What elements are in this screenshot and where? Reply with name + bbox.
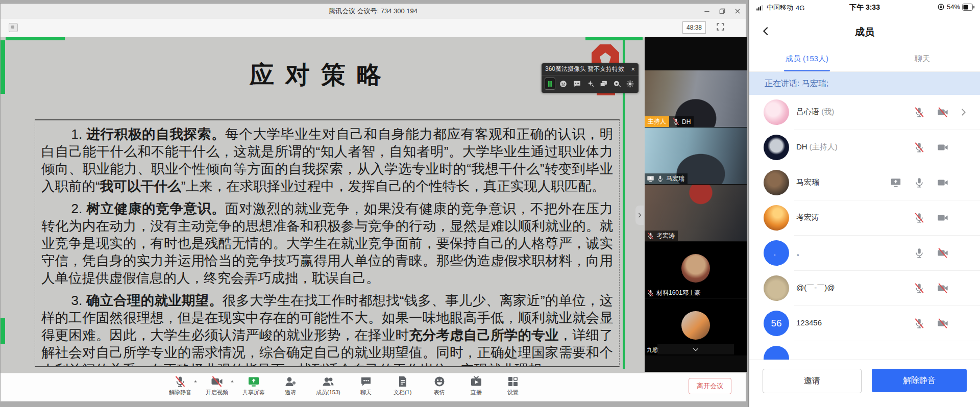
screenshot-root: 腾讯会议 会议号: 734 300 194 48:38 应对策略 1. 进行积极… xyxy=(0,0,980,407)
toolbar-button[interactable]: 解除静音 xyxy=(169,375,191,396)
fullscreen-icon[interactable] xyxy=(716,22,725,32)
chevron-down-icon xyxy=(692,346,699,353)
meeting-timer: 48:38 xyxy=(682,21,706,34)
mic-muted-icon xyxy=(647,289,654,297)
cam-icon xyxy=(937,212,948,223)
video-tile-label: 主持人DH xyxy=(645,116,694,127)
video-tile[interactable]: 马宏瑞 xyxy=(645,128,747,184)
slide-text-box: 1. 进行积极的自我探索。每个大学毕业生对自己和自身能力都应有客观和正确的认识，… xyxy=(35,119,620,367)
video-tile[interactable]: 材料1601邓士豪 xyxy=(645,242,747,298)
mobile-members-panel: 中国移动 4G 下午 3:33 54% 成员 成员 (153人) 聊天 正在讲话… xyxy=(748,0,980,407)
slide-text-segment: 2. xyxy=(71,201,86,216)
toolbar-button[interactable]: 文档(1) xyxy=(391,375,414,396)
avatar xyxy=(764,346,789,360)
smiley-icon[interactable] xyxy=(558,78,569,90)
mic-muted-icon xyxy=(174,375,186,388)
cam-icon xyxy=(937,177,948,188)
doc-icon xyxy=(397,375,409,388)
member-row[interactable]: DH (主持人) xyxy=(749,130,980,165)
toolbar-button[interactable]: 成员(153) xyxy=(316,375,340,396)
caret-up-icon[interactable] xyxy=(230,379,235,384)
member-row[interactable]: 。。 xyxy=(749,236,980,271)
video-tile-label: 马宏瑞 xyxy=(645,173,688,184)
slide-paragraph: 1. 进行积极的自我探索。每个大学毕业生对自己和自身能力都应有客观和正确的认识，… xyxy=(41,125,613,195)
member-row[interactable]: 56123456 xyxy=(749,306,980,341)
video-tile-label: 考宏涛 xyxy=(645,231,678,241)
avatar xyxy=(764,205,789,231)
member-name-suffix: (主持人) xyxy=(807,142,838,151)
slide-text-segment: ”上来，在求职择业过程中，发挥自己的个性特长，真正实现人职匹配。 xyxy=(181,179,605,194)
wand-icon[interactable] xyxy=(585,78,596,90)
participant-name: 考宏涛 xyxy=(656,232,675,240)
screen-share-icon xyxy=(890,177,901,188)
minimize-icon[interactable] xyxy=(703,7,711,15)
member-name: 。 xyxy=(796,248,804,258)
video-tile[interactable]: 考宏涛 xyxy=(645,185,747,241)
member-row[interactable]: 马宏瑞 xyxy=(749,165,980,200)
chat-icon[interactable] xyxy=(571,78,582,90)
slide-text-segment: 3. xyxy=(71,293,86,308)
slide-text-segment: 充分考虑自己所学的专业 xyxy=(409,327,558,343)
member-row[interactable] xyxy=(749,341,980,360)
member-row[interactable]: 考宏涛 xyxy=(749,200,980,236)
toolbar-button[interactable]: 开启视频 xyxy=(206,375,228,396)
toolbar-button-label: 聊天 xyxy=(360,389,372,396)
avatar: 。 xyxy=(764,240,789,266)
participant-name: 材料1601邓士豪 xyxy=(656,289,701,297)
toolbar-button[interactable]: 设置 xyxy=(502,375,524,396)
toolbar-button[interactable]: 表情 xyxy=(428,375,451,396)
window-title-bar: 腾讯会议 会议号: 734 300 194 xyxy=(1,4,746,19)
member-status-icons xyxy=(914,247,948,259)
video-tile-label: 材料1601邓士豪 xyxy=(645,288,704,298)
member-name-suffix: (我) xyxy=(819,107,834,116)
member-row[interactable]: 吕心语 (我) xyxy=(749,95,980,130)
members-icon xyxy=(322,375,334,388)
gear-icon[interactable] xyxy=(625,78,635,90)
member-name: 123456 xyxy=(796,318,822,327)
toolbar-button[interactable]: 直播 xyxy=(465,375,487,396)
chat-bubble-icon xyxy=(360,375,372,388)
member-row[interactable]: @(￣-￣)@ xyxy=(749,271,980,306)
video-tile[interactable]: 主持人DH xyxy=(645,70,747,127)
toolbar-button-label: 邀请 xyxy=(285,389,296,396)
invite-button[interactable]: 邀请 xyxy=(763,369,862,393)
live-icon xyxy=(470,375,482,388)
toolbar-button[interactable]: 邀请 xyxy=(279,375,302,396)
video-strip-toggle-tab[interactable] xyxy=(635,206,644,225)
collapse-videos-button[interactable] xyxy=(657,344,734,354)
video-tile[interactable]: 九歌 xyxy=(645,299,747,355)
tab-members[interactable]: 成员 (153人) xyxy=(749,48,865,71)
member-status-icons xyxy=(914,212,948,223)
share-view-toolbar: 48:38 xyxy=(1,19,746,38)
toolbar-button[interactable]: 聊天 xyxy=(355,375,377,396)
participant-name: 马宏瑞 xyxy=(666,174,684,183)
tab-chat[interactable]: 聊天 xyxy=(865,48,980,71)
restore-icon[interactable] xyxy=(718,7,726,15)
chevron-right-icon[interactable] xyxy=(959,108,968,117)
close-icon[interactable]: × xyxy=(631,66,635,72)
share-indicator-icon[interactable] xyxy=(9,23,18,32)
leave-meeting-button[interactable]: 离开会议 xyxy=(689,378,731,394)
member-status-icons xyxy=(890,177,948,188)
participant-avatar xyxy=(681,254,710,283)
mic-muted-icon xyxy=(914,212,925,223)
window-icon[interactable] xyxy=(598,78,609,90)
caret-up-icon[interactable] xyxy=(193,379,198,384)
unmute-all-button[interactable]: 解除静音 xyxy=(872,369,967,392)
slide-paragraph: 3. 确立合理的就业期望。很多大学生在找工作时都想找“钱多、事儿少、离家近”的单… xyxy=(41,292,613,367)
member-name: 吕心语 (我) xyxy=(796,107,834,117)
camera360-icon[interactable] xyxy=(611,78,622,90)
slide-text-segment: 1. xyxy=(71,126,86,142)
invite-icon xyxy=(284,375,297,388)
pause-icon[interactable] xyxy=(545,78,555,90)
video-strip: 主持人DH马宏瑞考宏涛材料1601邓士豪九歌 xyxy=(645,37,747,372)
member-name: DH (主持人) xyxy=(796,142,838,152)
toolbar-button[interactable]: 共享屏幕 xyxy=(242,375,265,396)
avatar xyxy=(764,275,789,301)
toolbar-button-label: 解除静音 xyxy=(169,389,191,396)
slide-green-bar xyxy=(585,37,643,40)
close-icon[interactable] xyxy=(733,7,742,15)
meeting-window: 腾讯会议 会议号: 734 300 194 48:38 应对策略 1. 进行积极… xyxy=(0,3,746,401)
member-status-icons xyxy=(914,318,948,329)
member-name: 马宏瑞 xyxy=(796,177,819,187)
